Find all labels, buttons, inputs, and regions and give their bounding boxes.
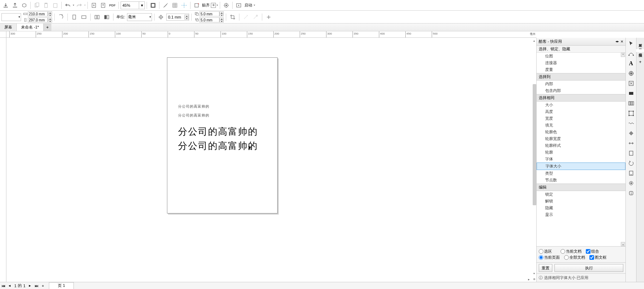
dup-y-down[interactable]: ▾ <box>219 20 224 22</box>
grid-icon[interactable] <box>171 1 179 10</box>
scroll-up-icon[interactable]: ▴ <box>532 38 536 43</box>
redo-icon[interactable] <box>75 1 83 10</box>
landscape-icon[interactable] <box>80 13 88 21</box>
snap-options-icon[interactable]: ① <box>211 3 216 8</box>
page-height-down[interactable]: ▾ <box>48 20 52 22</box>
info-tool-icon[interactable]: i <box>627 189 635 197</box>
first-page-icon[interactable]: ⏮ <box>0 283 6 289</box>
page-icon[interactable] <box>627 149 635 158</box>
list-item[interactable]: 字体 <box>537 156 625 162</box>
ruler-vertical[interactable] <box>0 38 6 282</box>
text-object-4[interactable]: 分公司的高富帅的 <box>178 140 258 152</box>
fullscreen-icon[interactable] <box>149 1 157 10</box>
execute-button[interactable]: 执行 <box>554 264 623 272</box>
list-item[interactable]: 大小 <box>537 102 625 108</box>
tab-document[interactable]: 未命名 -1* <box>17 24 44 31</box>
nudge-input[interactable] <box>167 15 184 19</box>
canvas[interactable]: 分公司的高富帅的 分公司的高富帅的 分公司的高富帅的 分公司的高富帅的 ➤ ▴ … <box>6 38 536 282</box>
panel-close-icon[interactable]: ✕ <box>620 40 623 43</box>
close-x-icon[interactable] <box>627 79 635 88</box>
columns-icon[interactable] <box>627 99 635 108</box>
canvas-vscroll[interactable]: ▴ ▾ ⊕ <box>531 38 536 282</box>
page-height-up[interactable]: ▴ <box>48 17 52 20</box>
docker-tab-1[interactable]: 对象 <box>636 39 644 42</box>
import-down-icon[interactable] <box>90 1 98 10</box>
last-page-icon[interactable]: ⏭ <box>33 283 40 289</box>
gear-icon[interactable] <box>627 179 635 187</box>
tab-screen[interactable]: 屏幕 <box>0 24 17 31</box>
rulers-icon[interactable] <box>161 1 170 10</box>
ruler-horizontal[interactable]: 300 250 200 150 100 50 0 50 100 150 200 … <box>6 31 536 38</box>
list-item[interactable]: 类型 <box>537 170 625 177</box>
reset-button[interactable]: 重置 <box>539 264 552 272</box>
shape-tool-icon[interactable] <box>627 49 635 58</box>
list-item[interactable]: 隐藏 <box>537 205 625 211</box>
list-item[interactable]: 包含内部 <box>537 87 625 94</box>
list-item[interactable]: 轮廓色 <box>537 129 625 135</box>
snap-grid-icon[interactable] <box>627 129 635 138</box>
next-page-icon[interactable]: ▸ <box>27 283 33 289</box>
list-item[interactable]: 节点数 <box>537 177 625 184</box>
text-object-3[interactable]: 分公司的高富帅的 <box>178 125 258 138</box>
guides-icon[interactable] <box>180 1 188 10</box>
list-scroll-up-icon[interactable]: ⌃ <box>621 53 625 57</box>
list-item[interactable]: 轮廓样式 <box>537 142 625 149</box>
list-item-font-size[interactable]: 字体大小 <box>537 162 625 170</box>
launch-label[interactable]: 启动 <box>244 2 252 8</box>
page-height-input[interactable] <box>28 17 48 22</box>
rect-tool-icon[interactable] <box>627 89 635 98</box>
text-tool-icon[interactable]: A <box>627 59 635 68</box>
add-docker-icon[interactable]: + <box>636 58 644 66</box>
tab-add-icon[interactable]: + <box>44 24 51 31</box>
list-item[interactable]: 高度 <box>537 108 625 115</box>
page-tab[interactable]: 页 1 <box>49 282 74 289</box>
list-item[interactable]: 度量 <box>537 66 625 73</box>
publish-icon[interactable] <box>20 1 29 10</box>
export-up-icon[interactable] <box>99 1 107 10</box>
panel-collapse-icon[interactable]: ◂▸ <box>615 40 619 43</box>
opt-selection[interactable]: 选区 <box>539 249 552 254</box>
paste-icon[interactable] <box>42 1 50 10</box>
options-icon[interactable] <box>222 1 230 10</box>
scroll-thumb[interactable] <box>533 84 536 205</box>
crop-icon[interactable] <box>228 13 237 21</box>
prev-page-icon[interactable]: ◂ <box>6 283 13 289</box>
list-item[interactable]: 解锁 <box>537 198 625 205</box>
nudge-down[interactable]: ▾ <box>184 17 189 20</box>
all-pages-icon[interactable] <box>93 13 101 21</box>
portrait-icon[interactable] <box>70 13 78 21</box>
zoom-dropdown-icon[interactable]: ▾ <box>139 2 144 9</box>
nudge-up[interactable]: ▴ <box>184 15 189 17</box>
opt-current-page[interactable]: 当前页面 <box>539 255 560 260</box>
bounds-icon[interactable] <box>627 109 635 118</box>
launch-dropdown-icon[interactable]: ▾ <box>254 4 255 7</box>
align-h-icon[interactable] <box>627 139 635 148</box>
copy-icon[interactable] <box>32 1 41 10</box>
docker-tab-2[interactable]: 效果 <box>636 44 644 47</box>
page-preset-dropdown[interactable]: ▾ <box>1 13 21 21</box>
list-scroll-down-icon[interactable]: ⌄ <box>621 242 625 246</box>
list-item[interactable]: 填充 <box>537 122 625 129</box>
scroll-down-icon[interactable]: ▾ <box>532 271 536 275</box>
delete-guide-icon[interactable] <box>192 1 201 10</box>
opt-all-docs[interactable]: 全部文档 <box>564 255 585 260</box>
dup-x-up[interactable]: ▴ <box>219 11 224 14</box>
list-item[interactable]: 宽度 <box>537 115 625 122</box>
zoom-value[interactable] <box>121 3 139 7</box>
add-page-icon[interactable]: + <box>40 283 46 289</box>
units-dropdown[interactable]: 毫米▾ <box>127 13 152 21</box>
dup-y-input[interactable] <box>199 17 219 22</box>
import-icon[interactable] <box>1 1 10 10</box>
zoom-level-input[interactable]: ▾ <box>121 1 145 9</box>
current-page-icon[interactable] <box>102 13 111 21</box>
hscroll-right-icon[interactable]: ▸ <box>528 278 530 281</box>
wave-icon[interactable] <box>627 119 635 128</box>
list-item[interactable]: 内部 <box>537 81 625 87</box>
undo-icon[interactable] <box>64 1 72 10</box>
launch-panel-icon[interactable] <box>234 1 243 10</box>
pick-tool-icon[interactable] <box>627 39 635 48</box>
script-icon[interactable] <box>627 169 635 177</box>
add-tool-icon[interactable] <box>264 13 273 21</box>
table-tool-icon[interactable] <box>627 69 635 78</box>
dup-y-up[interactable]: ▴ <box>219 17 224 20</box>
